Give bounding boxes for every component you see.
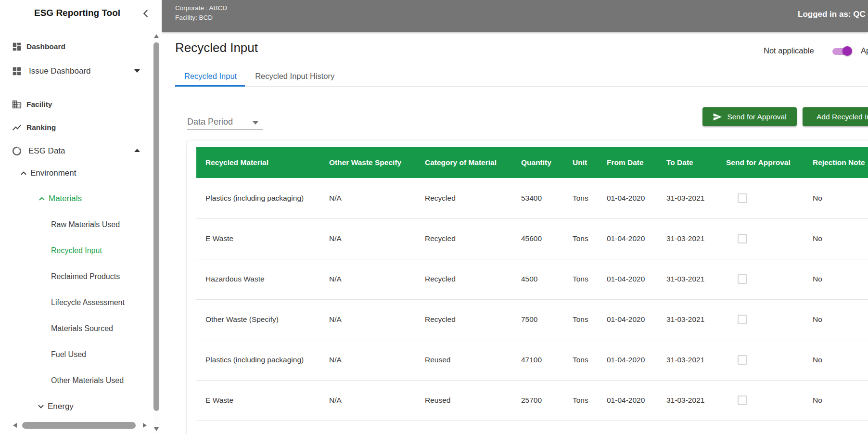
cell-material: Other Waste (Specify) xyxy=(196,299,320,340)
facility-label: Facility: BCD xyxy=(175,14,213,21)
sidebar-item-label: Ranking xyxy=(26,123,56,132)
sidebar-item-label: Reclaimed Products xyxy=(51,272,120,281)
cell-empty xyxy=(598,421,657,434)
cell-material: E Waste xyxy=(196,218,320,259)
scroll-up-arrow-icon[interactable] xyxy=(154,34,159,38)
cell-material: Hazardous Waste xyxy=(196,259,320,299)
cell-empty xyxy=(196,421,320,434)
data-period-select[interactable]: Data Period xyxy=(187,117,233,127)
sidebar-item-lifecycle-assessment[interactable]: Lifecycle Assessment xyxy=(51,296,125,309)
cell-category: Reused xyxy=(416,380,512,421)
cell-material: Plastics (including packaging) xyxy=(196,340,320,380)
cell-material: Plastics (including packaging) xyxy=(196,178,320,218)
sidebar-item-issue-dashboard[interactable]: Issue Dashboard xyxy=(12,65,91,77)
tab-recycled-input-history[interactable]: Recycled Input History xyxy=(246,65,344,87)
cell-other_waste: N/A xyxy=(320,299,416,340)
sidebar-item-raw-materials-used[interactable]: Raw Materials Used xyxy=(51,218,120,231)
sidebar-item-label: Facility xyxy=(26,100,52,109)
sidebar-item-fuel-used[interactable]: Fuel Used xyxy=(51,348,86,361)
cell-rejection-note: No xyxy=(804,299,868,340)
cell-quantity: 4500 xyxy=(512,259,563,299)
sidebar-item-label: Energy xyxy=(48,402,74,411)
scroll-left-arrow-icon[interactable] xyxy=(13,423,17,428)
app-title: ESG Reporting Tool xyxy=(34,8,120,18)
horizontal-scrollbar-thumb[interactable] xyxy=(22,422,136,429)
cell-to_date: 31-03-2021 xyxy=(657,218,717,259)
table-row xyxy=(196,421,868,434)
cell-quantity: 53400 xyxy=(512,178,563,218)
sidebar-item-ranking[interactable]: Ranking xyxy=(12,121,56,134)
send-approval-checkbox[interactable] xyxy=(738,396,747,405)
cell-to_date: 31-03-2021 xyxy=(657,299,717,340)
sidebar-item-other-materials-used[interactable]: Other Materials Used xyxy=(51,374,124,387)
cell-unit: Tons xyxy=(563,259,598,299)
cell-unit: Tons xyxy=(563,340,598,380)
scroll-right-arrow-icon[interactable] xyxy=(143,423,147,428)
data-period-underline xyxy=(187,129,263,130)
send-approval-checkbox[interactable] xyxy=(738,193,747,203)
cell-rejection-note: No xyxy=(804,178,868,218)
cell-send-for-approval xyxy=(717,299,804,340)
cell-quantity: 25700 xyxy=(512,380,563,421)
dropdown-caret-icon[interactable] xyxy=(253,121,258,125)
send-approval-checkbox[interactable] xyxy=(738,274,747,284)
toggle-thumb[interactable] xyxy=(842,46,852,56)
sidebar-item-reclaimed-products[interactable]: Reclaimed Products xyxy=(51,270,120,283)
sidebar-collapse-button[interactable] xyxy=(140,8,152,20)
cell-quantity: 47100 xyxy=(512,340,563,380)
donut-icon xyxy=(12,146,22,156)
sidebar-item-recycled-input[interactable]: Recycled Input xyxy=(51,244,102,257)
cell-empty xyxy=(416,421,512,434)
cell-category: Reused xyxy=(416,340,512,380)
cell-unit: Tons xyxy=(563,218,598,259)
vertical-scrollbar-thumb[interactable] xyxy=(153,42,159,411)
send-approval-checkbox[interactable] xyxy=(738,355,747,365)
chevron-up-icon xyxy=(19,169,28,178)
cell-send-for-approval xyxy=(717,218,804,259)
cell-send-for-approval xyxy=(717,340,804,380)
table-card: Recycled MaterialOther Waste SpecifyCate… xyxy=(187,140,868,434)
sidebar-item-label: Lifecycle Assessment xyxy=(51,298,125,307)
sidebar-item-dashboard[interactable]: Dashboard xyxy=(12,40,65,53)
tab-border xyxy=(175,86,868,87)
logged-in-label: Logged in as: QC xyxy=(798,10,866,19)
send-approval-checkbox[interactable] xyxy=(738,234,747,243)
sidebar-item-label: Materials xyxy=(49,194,82,204)
cell-quantity: 45600 xyxy=(512,218,563,259)
sidebar-item-esg-data[interactable]: ESG Data xyxy=(12,145,65,157)
sidebar-item-materials[interactable]: Materials xyxy=(38,192,82,205)
cell-unit: Tons xyxy=(563,380,598,421)
sidebar-item-facility[interactable]: Facility xyxy=(12,98,52,111)
column-header: To Date xyxy=(657,147,717,178)
caret-up-icon[interactable] xyxy=(134,149,140,152)
caret-down-icon[interactable] xyxy=(134,69,140,73)
scroll-down-arrow-icon[interactable] xyxy=(154,427,159,431)
column-header: Quantity xyxy=(512,147,563,178)
cell-empty xyxy=(717,421,804,434)
cell-rejection-note: No xyxy=(804,340,868,380)
cell-other_waste: N/A xyxy=(320,178,416,218)
tab-recycled-input[interactable]: Recycled Input xyxy=(175,65,246,87)
cell-rejection-note: No xyxy=(804,218,868,259)
cell-from_date: 01-04-2020 xyxy=(598,259,657,299)
sidebar-item-label: Environment xyxy=(30,168,76,178)
sidebar-item-energy[interactable]: Energy xyxy=(37,400,74,413)
building-icon xyxy=(12,99,22,110)
cell-rejection-note: No xyxy=(804,380,868,421)
applicable-toggle[interactable] xyxy=(831,46,853,56)
send-for-approval-button[interactable]: Send for Approval xyxy=(702,107,797,126)
cell-from_date: 01-04-2020 xyxy=(598,178,657,218)
add-recycled-input-button[interactable]: Add Recycled Input xyxy=(803,107,868,126)
cell-rejection-note: No xyxy=(804,259,868,299)
cell-to_date: 31-03-2021 xyxy=(657,380,717,421)
sidebar-item-materials-sourced[interactable]: Materials Sourced xyxy=(51,322,113,335)
send-approval-checkbox[interactable] xyxy=(738,315,747,324)
table-row: Plastics (including packaging)N/ARecycle… xyxy=(196,178,868,218)
column-header: Category of Material xyxy=(416,147,512,178)
top-bar: Corporate : ABCD Facility: BCD Logged in… xyxy=(162,0,868,32)
sidebar: ESG Reporting Tool Dashboard Issue Dashb… xyxy=(0,0,162,434)
cell-empty xyxy=(804,421,868,434)
cell-to_date: 31-03-2021 xyxy=(657,178,717,218)
sidebar-item-environment[interactable]: Environment xyxy=(19,167,76,179)
chevron-left-icon xyxy=(140,12,151,20)
